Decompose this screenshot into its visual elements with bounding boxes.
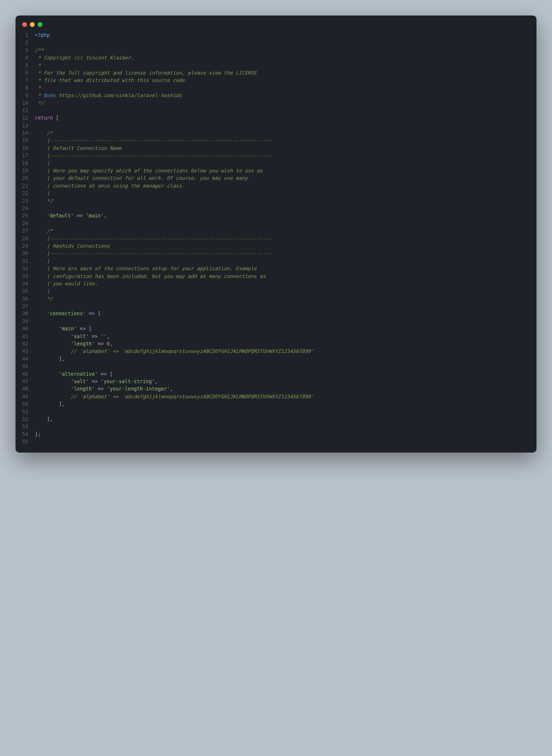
code-line: | Hashids Connections (35, 242, 530, 250)
line-number: 11 (22, 107, 28, 114)
code-line: 'main' => [ (35, 325, 530, 332)
token-key: 'main' (59, 326, 77, 331)
token-punct: [ (98, 310, 101, 316)
line-number: 34 (22, 280, 28, 287)
token-punct (35, 378, 71, 384)
token-arrow: => (95, 386, 107, 392)
line-number: 29 (22, 242, 28, 250)
zoom-icon[interactable] (38, 22, 42, 27)
line-number: 52 (22, 415, 28, 423)
line-number: 55 (22, 438, 28, 445)
code-line: 'salt' => '', (35, 333, 530, 340)
token-arrow: => (86, 310, 98, 316)
code-line: */ (35, 99, 530, 107)
token-punct (35, 326, 59, 331)
window-title-bar (15, 16, 537, 31)
token-comment: | (35, 288, 50, 294)
token-keyword: return (35, 115, 53, 121)
code-line: |---------------------------------------… (35, 235, 530, 242)
token-comment: * file that was distributed with this so… (35, 77, 188, 83)
line-number: 19 (22, 167, 28, 174)
token-comment: | Default Connection Name (35, 145, 122, 151)
line-number: 47 (22, 378, 28, 385)
token-comment: |---------------------------------------… (35, 250, 272, 256)
code-line: |---------------------------------------… (35, 250, 530, 257)
code-line: | Default Connection Name (35, 144, 530, 152)
code-line: * @see https://github.com/vinkla/laravel… (35, 92, 530, 99)
token-comment: | (35, 160, 50, 166)
line-number: 13 (22, 122, 28, 129)
code-line: /* (35, 227, 530, 234)
line-number: 33 (22, 272, 28, 280)
line-number: 22 (22, 189, 28, 197)
line-number: 32 (22, 265, 28, 272)
code-line: // 'alphabet' => 'abcdefghijklmnopqrstuv… (35, 393, 530, 400)
code-line: | configuration has been included, but y… (35, 272, 530, 280)
code-line: * file that was distributed with this so… (35, 76, 530, 84)
line-number: 41 (22, 333, 28, 340)
line-number: 16 (22, 144, 28, 152)
token-key: 'length' (71, 386, 95, 392)
code-content[interactable]: <?php/** * Copyright (c) Vincent Klaiber… (35, 31, 530, 445)
token-arrow: => (89, 378, 101, 384)
line-number: 8 (22, 84, 28, 92)
code-line (35, 362, 530, 370)
token-comment: * Copyright (c) Vincent Klaiber. (35, 55, 134, 61)
line-number: 38 (22, 310, 28, 317)
token-punct: , (110, 341, 113, 347)
code-line: * For the full copyright and license inf… (35, 69, 530, 76)
code-line: ]; (35, 430, 530, 438)
code-line: | your default connection for all work. … (35, 174, 530, 182)
close-icon[interactable] (22, 22, 27, 27)
code-line: | you would like. (35, 280, 530, 287)
line-number: 9 (22, 92, 28, 99)
token-punct: ], (35, 416, 53, 422)
token-string: 'main' (86, 213, 104, 219)
code-line: | Here are each of the connections setup… (35, 265, 530, 272)
token-string: '' (101, 333, 107, 339)
line-number: 37 (22, 302, 28, 310)
token-comment: * (35, 85, 41, 91)
token-punct: ], (35, 401, 65, 407)
token-comment: | Here are each of the connections setup… (35, 265, 256, 271)
token-key: 'salt' (71, 333, 89, 339)
code-line (35, 408, 530, 415)
line-number: 40 (22, 325, 28, 332)
token-doctag: @see (44, 92, 56, 98)
line-number: 44 (22, 355, 28, 362)
minimize-icon[interactable] (30, 22, 35, 27)
code-line: <?php (35, 31, 530, 39)
line-number: 17 (22, 152, 28, 159)
token-punct: , (155, 378, 158, 384)
token-punct: , (104, 213, 107, 219)
token-punct: [ (89, 326, 92, 331)
code-line (35, 205, 530, 212)
line-number: 31 (22, 257, 28, 265)
code-line: |---------------------------------------… (35, 137, 530, 144)
line-number: 25 (22, 212, 28, 219)
code-line: | (35, 287, 530, 295)
token-punct (35, 394, 71, 399)
token-php-open: <?php (35, 32, 50, 38)
code-editor-window: 1234567891011121314151617181920212223242… (15, 16, 537, 453)
line-number: 1 (22, 31, 28, 39)
line-number: 5 (22, 62, 28, 69)
code-line (35, 107, 530, 114)
code-line: /* (35, 129, 530, 137)
token-comment: * (35, 62, 41, 68)
token-comment: | Here you may specify which of the conn… (35, 168, 263, 173)
token-punct (35, 341, 71, 347)
line-number: 28 (22, 235, 28, 242)
token-punct: , (170, 386, 173, 392)
token-line-comment: // 'alphabet' => 'abcdefghijklmnopqrstuv… (71, 394, 314, 399)
code-line: | connections at once using the manager … (35, 182, 530, 189)
token-key: 'salt' (71, 378, 89, 384)
line-number: 30 (22, 250, 28, 257)
line-number: 27 (22, 227, 28, 234)
code-line: * (35, 84, 530, 92)
token-string: 'your-length-integer' (107, 386, 170, 392)
code-line: | (35, 159, 530, 167)
token-comment: |---------------------------------------… (35, 236, 272, 241)
token-comment: |---------------------------------------… (35, 137, 272, 143)
line-number: 14 (22, 129, 28, 137)
